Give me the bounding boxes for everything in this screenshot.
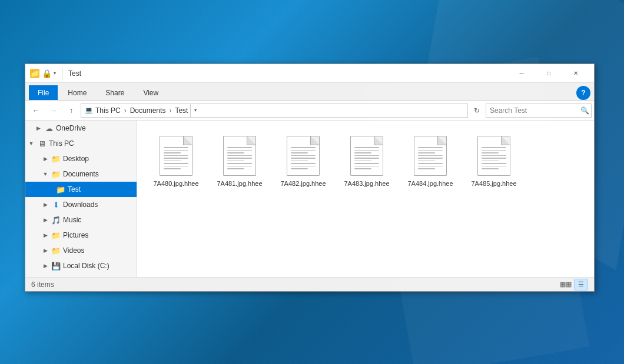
help-button[interactable]: ? [576,86,590,100]
forward-button[interactable]: → [45,102,62,119]
downloads-icon: ⬇ [51,200,61,209]
sidebar-label-test: Test [68,185,137,193]
address-segment-test[interactable]: Test [175,106,188,115]
title-bar-left: 📁 🔒 ▾ Test [30,68,508,79]
back-button[interactable]: ← [28,102,44,119]
desktop-icon: 📁 [51,154,61,163]
window-controls: ─ □ ✕ [508,64,589,83]
file-explorer-window: 📁 🔒 ▾ Test ─ □ ✕ File Home Share View ? … [25,64,595,292]
file-item-4[interactable]: 7A484.jpg.hhee [401,130,460,192]
address-sep-1: › [124,106,127,115]
file-icon-2 [284,135,322,177]
file-name-0: 7A480.jpg.hhee [153,179,198,188]
expand-arrow-music: ▶ [42,216,49,223]
sidebar-item-test[interactable]: 📁 Test [25,182,137,197]
address-segment-documents[interactable]: Documents [130,106,166,115]
search-input[interactable] [490,106,578,115]
sidebar-label-documents: Documents [63,170,137,178]
onedrive-icon: ☁ [44,123,54,133]
search-box[interactable]: 🔍 [486,103,592,118]
expand-arrow-documents: ▼ [42,171,49,178]
sidebar-item-pictures[interactable]: ▶ 📁 Pictures [25,228,137,243]
title-divider [62,68,62,79]
file-item-0[interactable]: 7A480.jpg.hhee [147,130,205,192]
tab-share[interactable]: Share [97,85,133,100]
file-icon-3 [348,135,386,177]
sidebar-item-downloads[interactable]: ▶ ⬇ Downloads [25,197,137,212]
minimize-button[interactable]: ─ [508,64,535,83]
sidebar-label-localdisk: Local Disk (C:) [63,262,137,270]
content-area: 7A480.jpg.hhee7A481.jpg.hhee7A482.jpg.hh… [137,121,594,277]
close-button[interactable]: ✕ [562,64,589,83]
tab-file[interactable]: File [29,85,58,100]
view-buttons: ▦▦ ☰ [559,279,588,290]
view-details-button[interactable]: ☰ [574,279,588,290]
expand-arrow-downloads: ▶ [42,201,49,208]
file-name-5: 7A485.jpg.hhee [471,179,516,188]
file-name-4: 7A484.jpg.hhee [407,179,453,188]
file-icon-0 [157,135,195,177]
file-item-3[interactable]: 7A483.jpg.hhee [337,130,396,192]
document-icon-3 [350,136,383,176]
document-icon-4 [414,136,447,176]
address-sep-2: › [169,106,171,115]
up-button[interactable]: ↑ [63,102,79,119]
pictures-icon: 📁 [51,231,61,240]
expand-arrow-onedrive: ▶ [35,125,42,132]
address-dropdown-arrow[interactable]: ▾ [190,103,200,118]
file-item-5[interactable]: 7A485.jpg.hhee [464,130,523,192]
main-area: ▶ ☁ OneDrive ▼ 🖥 This PC ▶ 📁 Desktop ▼ 📁… [25,121,594,277]
documents-icon: 📁 [51,169,61,179]
sidebar-item-videos[interactable]: ▶ 📁 Videos [25,243,137,258]
sidebar-label-onedrive: OneDrive [56,124,137,132]
tab-view[interactable]: View [134,85,167,100]
title-bar: 📁 🔒 ▾ Test ─ □ ✕ [25,64,594,83]
localdisk-icon: 💾 [51,261,61,271]
address-segment-thispc[interactable]: This PC [95,106,121,115]
maximize-button[interactable]: □ [535,64,562,83]
expand-arrow-videos: ▶ [42,247,49,254]
quick-access-icon: 🔒 [42,69,51,78]
sidebar-item-music[interactable]: ▶ 🎵 Music [25,212,137,228]
document-icon-5 [477,136,510,176]
nav-bar: ← → ↑ 💻 This PC › Documents › Test ▾ ↻ 🔍 [25,101,594,121]
expand-arrow-thispc: ▼ [28,140,35,147]
expand-arrow-localdisk: ▶ [42,262,49,269]
folder-title-icon: 📁 [30,69,39,78]
document-icon-0 [160,136,192,176]
sidebar: ▶ ☁ OneDrive ▼ 🖥 This PC ▶ 📁 Desktop ▼ 📁… [25,121,137,277]
sidebar-label-music: Music [63,216,137,224]
sidebar-item-onedrive[interactable]: ▶ ☁ OneDrive [25,121,137,136]
doc-lines-5 [482,147,506,169]
refresh-button[interactable]: ↻ [469,103,484,118]
file-icon-4 [411,135,449,177]
view-large-icons-button[interactable]: ▦▦ [559,279,573,290]
file-icon-1 [221,135,258,177]
title-dropdown-arrow[interactable]: ▾ [54,71,56,76]
sidebar-item-desktop[interactable]: ▶ 📁 Desktop [25,151,137,166]
window-title: Test [68,69,81,78]
file-name-3: 7A483.jpg.hhee [344,179,389,188]
search-icon[interactable]: 🔍 [580,106,589,115]
sidebar-label-downloads: Downloads [63,201,137,209]
thispc-icon: 🖥 [37,139,47,148]
expand-arrow-desktop: ▶ [42,155,49,162]
sidebar-item-documents[interactable]: ▼ 📁 Documents [25,166,137,182]
document-icon-1 [223,136,256,176]
doc-lines-4 [418,147,443,169]
document-icon-2 [287,136,320,176]
sidebar-label-pictures: Pictures [63,231,137,239]
sidebar-label-desktop: Desktop [63,155,137,163]
file-name-1: 7A481.jpg.hhee [217,179,262,188]
music-icon: 🎵 [51,215,61,225]
file-item-1[interactable]: 7A481.jpg.hhee [210,130,269,192]
file-item-2[interactable]: 7A482.jpg.hhee [274,130,333,192]
sidebar-item-thispc[interactable]: ▼ 🖥 This PC [25,136,137,151]
status-bar: 6 items ▦▦ ☰ [25,277,594,291]
tab-home[interactable]: Home [59,85,95,100]
sidebar-item-localdisk[interactable]: ▶ 💾 Local Disk (C:) [25,258,137,273]
file-name-2: 7A482.jpg.hhee [280,179,326,188]
sidebar-label-videos: Videos [63,246,137,255]
sidebar-label-thispc: This PC [49,139,137,148]
address-bar[interactable]: 💻 This PC › Documents › Test ▾ [81,103,468,118]
